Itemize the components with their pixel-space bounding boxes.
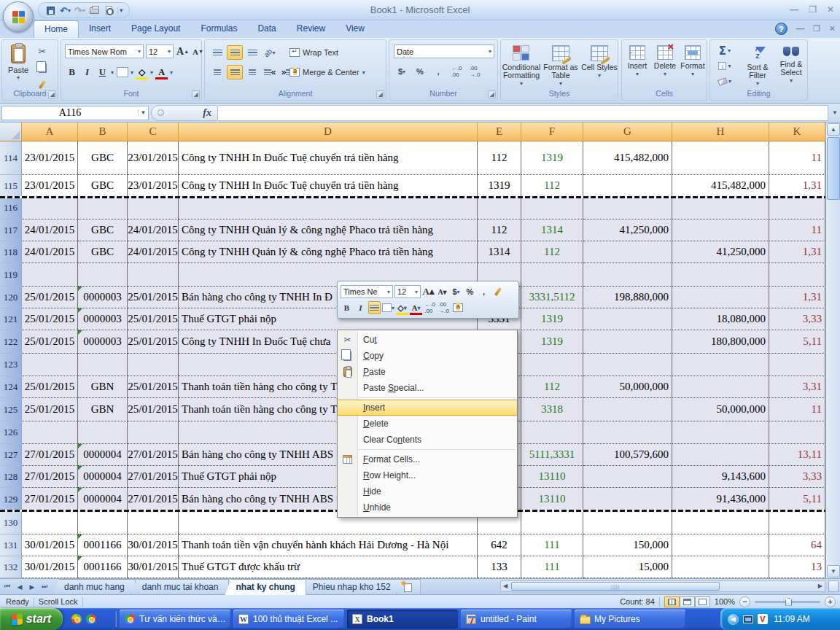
cell[interactable] [78,263,128,287]
cell[interactable]: 112 [478,219,521,241]
row-header[interactable]: 131 [0,534,22,556]
tab-page-layout[interactable]: Page Layout [121,20,190,38]
cell[interactable]: 150,000 [583,534,672,556]
zoom-out-button[interactable]: − [739,596,750,607]
cell[interactable]: 1,31 [769,287,825,308]
underline-button[interactable]: U [96,65,109,79]
cell[interactable]: 0001166 [78,534,128,556]
copy-button[interactable] [34,61,50,74]
select-all-corner[interactable] [0,122,22,141]
doc-close-button[interactable]: ✕ [829,24,836,34]
taskbar-window[interactable]: W100 thủ thuật Excel ... [233,610,344,629]
conditional-formatting-button[interactable]: Conditional Formatting▾ [502,44,540,90]
cell[interactable] [583,398,672,421]
cell[interactable] [583,308,672,330]
cell[interactable] [769,421,825,444]
sheet-tab-danh-muc-tai-khoan[interactable]: danh muc tai khoan [131,579,230,595]
align-left-button[interactable] [209,65,225,79]
cell[interactable]: 27/01/2015 [128,444,179,466]
cell[interactable]: 3,31 [769,376,825,398]
tab-review[interactable]: Review [287,20,335,38]
tray-display-icon[interactable] [743,615,753,623]
row-header[interactable]: 128 [0,466,22,488]
cell[interactable]: 25/01/2015 [128,287,179,308]
cell[interactable]: 91,436,000 [672,488,769,511]
grow-font-button[interactable]: A▲ [176,45,190,58]
format-cells-button[interactable]: Format▾ [680,44,706,90]
column-header-B[interactable]: B [78,122,128,141]
percent-button[interactable]: % [412,64,428,79]
mini-format-painter-button[interactable] [491,285,504,298]
cut-button[interactable]: ✂ [34,44,50,58]
row-header[interactable]: 129 [0,488,22,511]
menu-item-hide[interactable]: Hide [338,483,517,499]
doc-minimize-button[interactable]: — [796,24,804,34]
cell[interactable]: 24/01/2015 [22,241,78,263]
cell[interactable]: 0000003 [78,330,128,354]
cell[interactable]: 27/01/2015 [22,488,78,511]
row-header[interactable]: 117 [0,219,22,241]
cell[interactable] [128,197,179,219]
insert-function-area[interactable]: fx [151,105,218,121]
format-as-table-button[interactable]: Format as Table▾ [542,44,580,90]
cell[interactable]: GBC [78,241,128,263]
cell[interactable] [78,197,128,219]
cell[interactable]: 112 [521,241,583,263]
paste-button[interactable]: Paste ▾ [6,44,31,89]
row-header[interactable]: 125 [0,398,22,421]
cell[interactable]: 11 [769,219,825,241]
cell[interactable]: GBN [78,376,128,398]
cell[interactable] [78,511,128,534]
sheet-tab-nhat-ky-chung[interactable]: nhat ky chung [225,579,306,595]
menu-item-delete[interactable]: Delete [338,416,517,432]
tray-antivirus-icon[interactable]: V [758,614,768,624]
mini-italic-button[interactable]: I [354,301,367,314]
align-right-button[interactable] [244,65,260,79]
tab-view[interactable]: View [335,20,375,38]
cell[interactable] [22,197,78,219]
cell[interactable]: Công ty TNHH Quản lý & công nghệ Phaco t… [179,241,478,263]
cell[interactable] [521,511,583,534]
cell[interactable] [583,511,672,534]
cell[interactable]: 30/01/2015 [128,556,179,578]
mini-merge-button[interactable] [451,301,464,314]
help-icon[interactable]: ? [775,23,788,35]
cell[interactable] [521,421,583,444]
delete-cells-button[interactable]: Delete▾ [652,44,678,90]
cell[interactable]: Công ty TNHH In Đuốc Tuệ chuyển trả tiền… [179,141,478,175]
office-button[interactable] [3,1,34,32]
row-header[interactable]: 127 [0,444,22,466]
start-button[interactable]: start [0,608,63,630]
cell[interactable]: 23/01/2015 [22,175,78,197]
cell[interactable]: 25/01/2015 [22,376,78,398]
mini-borders-button[interactable]: ▾ [382,301,394,314]
cell[interactable] [583,330,672,354]
mini-bold-button[interactable]: B [341,301,353,314]
cell[interactable]: 27/01/2015 [128,488,179,511]
autosum-button[interactable]: Σ▾ [714,44,736,58]
cell[interactable] [128,354,179,376]
row-header[interactable]: 120 [0,287,22,308]
horizontal-scroll-thumb[interactable]: |||| [511,582,720,591]
fill-color-button[interactable]: ◇ [135,65,149,79]
cell[interactable]: 25/01/2015 [128,398,179,421]
cell[interactable] [672,287,769,308]
cell[interactable] [672,354,769,376]
cell[interactable]: Thanh toán tiền vận chuyển hành khách Hả… [179,534,478,556]
center-button[interactable] [227,65,243,79]
cell[interactable] [128,511,179,534]
font-size-combo[interactable]: 12▾ [146,44,174,58]
cell[interactable]: 11 [769,141,825,175]
row-header[interactable]: 132 [0,556,22,578]
doc-restore-button[interactable]: ❐ [813,24,820,34]
column-header-A[interactable]: A [22,122,78,141]
cell[interactable]: 27/01/2015 [128,466,179,488]
alignment-dialog-launcher[interactable]: ◢ [376,90,384,98]
cell[interactable]: 198,880,000 [583,287,672,308]
cell[interactable]: 1314 [478,241,521,263]
restore-button[interactable]: ❐ [809,4,817,15]
shrink-font-button[interactable]: A▼ [192,47,204,57]
clipboard-dialog-launcher[interactable]: ◢ [48,90,56,98]
accounting-format-button[interactable]: $▾ [394,64,410,79]
menu-item-cut[interactable]: ✂Cut [338,332,517,348]
